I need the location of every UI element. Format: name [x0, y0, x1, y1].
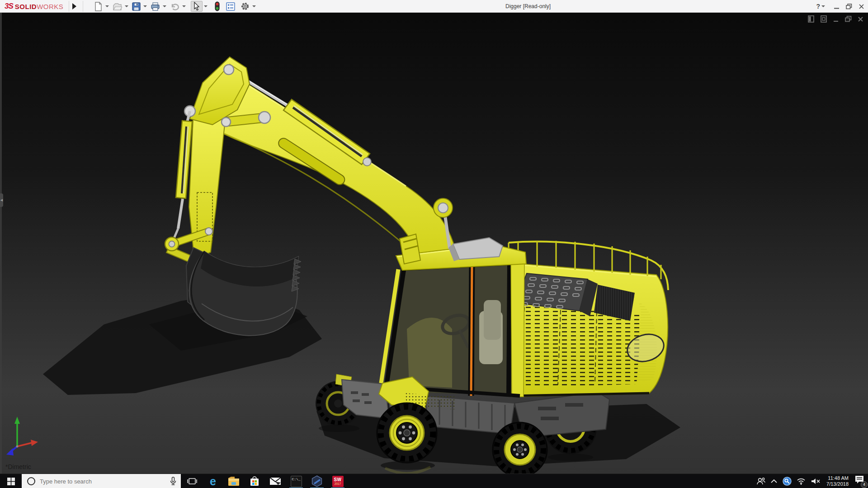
new-document-caret-icon[interactable]: [105, 5, 109, 7]
wheel-front-right[interactable]: [493, 422, 547, 474]
select-tool-button[interactable]: [191, 1, 203, 12]
microphone-icon[interactable]: [169, 477, 177, 486]
wifi-icon[interactable]: [797, 478, 806, 485]
taskbar-item-solidworks[interactable]: SW 2017: [327, 474, 348, 488]
mail-icon: [269, 477, 281, 486]
windows-logo-icon: [7, 478, 15, 485]
clock-time: 11:48 AM: [826, 475, 849, 481]
cab[interactable]: [379, 234, 526, 409]
command-prompt-icon: C:\_: [291, 476, 302, 487]
taskbar-search[interactable]: [22, 474, 181, 488]
taskbar-item-edge[interactable]: e: [203, 474, 223, 488]
system-tray: 11:48 AM 7/13/2018 4: [756, 474, 866, 488]
new-document-button[interactable]: [93, 1, 104, 12]
print-caret-icon[interactable]: [163, 5, 166, 7]
menu-flyout-arrow-icon[interactable]: [72, 3, 76, 9]
rebuild-button[interactable]: [212, 1, 222, 12]
document-window-controls: [808, 15, 863, 23]
new-document-icon: [94, 2, 103, 11]
save-icon: [132, 2, 141, 11]
taskbar-item-command-prompt[interactable]: C:\_: [286, 474, 307, 488]
solidworks-monitor-tray-icon[interactable]: [783, 477, 792, 486]
brand-solid-text: SOLID: [15, 3, 37, 10]
options-button[interactable]: [239, 1, 251, 12]
select-cursor-icon: [193, 2, 201, 11]
close-button[interactable]: [859, 4, 864, 9]
taskbar-clock[interactable]: 11:48 AM 7/13/2018: [826, 475, 849, 487]
taskbar-item-file-explorer[interactable]: [223, 474, 244, 488]
wheel-front-left[interactable]: [377, 403, 437, 463]
windows-taskbar: e: [0, 474, 868, 488]
help-caret-icon[interactable]: [821, 5, 825, 7]
file-explorer-icon: [228, 476, 240, 486]
doc-close-button[interactable]: [858, 16, 863, 22]
undo-icon: [170, 2, 179, 11]
cab-glass: [385, 262, 524, 395]
doc-minimize-button[interactable]: [833, 16, 839, 22]
taskbar-item-store[interactable]: [244, 474, 265, 488]
taskbar-apps: e: [182, 474, 348, 488]
feature-panel-edge: [0, 13, 2, 474]
open-caret-icon[interactable]: [125, 5, 128, 7]
3d-viewport[interactable]: *Dimetric: [0, 13, 868, 474]
quick-toolbar: [93, 1, 258, 12]
search-input[interactable]: [22, 474, 181, 488]
save-button[interactable]: [131, 1, 142, 12]
action-center-button[interactable]: 4: [854, 475, 866, 487]
help-button[interactable]: ?: [816, 3, 820, 10]
window-title: Digger [Read-only]: [505, 0, 551, 13]
volume-muted-icon[interactable]: [811, 478, 821, 485]
feature-pane-alt-icon[interactable]: [821, 15, 827, 23]
minimize-button[interactable]: [834, 4, 840, 9]
door-stripe: [471, 266, 472, 396]
doc-restore-button[interactable]: [845, 16, 852, 22]
divider: [83, 1, 83, 12]
display-properties-button[interactable]: [225, 1, 236, 12]
select-caret-icon[interactable]: [204, 5, 208, 7]
store-icon: [249, 476, 260, 487]
task-view-button[interactable]: [182, 474, 203, 488]
traffic-light-icon: [214, 1, 221, 11]
gear-icon: [241, 2, 250, 11]
restore-button[interactable]: [846, 4, 852, 9]
elbow-pivot: [438, 203, 448, 213]
solidworks-window: 3S SOLIDWORKS: [0, 0, 868, 488]
title-bar: 3S SOLIDWORKS: [0, 0, 868, 13]
clock-date: 7/13/2018: [826, 481, 849, 487]
ds-logo-icon: 3S: [5, 2, 13, 11]
print-button[interactable]: [149, 1, 161, 12]
undo-button[interactable]: [169, 1, 181, 12]
edrawings-hexagon-icon: [311, 475, 323, 487]
save-caret-icon[interactable]: [143, 5, 147, 7]
open-button[interactable]: [111, 1, 123, 12]
print-icon: [151, 2, 160, 11]
start-button[interactable]: [0, 474, 22, 488]
options-caret-icon[interactable]: [252, 5, 256, 7]
solidworks-logo: 3S SOLIDWORKS: [5, 1, 63, 11]
brand-works-text: WORKS: [37, 3, 63, 10]
notification-badge: 4: [861, 481, 868, 488]
undo-caret-icon[interactable]: [182, 5, 186, 7]
taskbar-item-edrawings[interactable]: [307, 474, 327, 488]
view-orientation-label: *Dimetric: [5, 463, 31, 470]
feature-panel-expand-tab[interactable]: ◀: [0, 193, 3, 207]
list-properties-icon: [226, 2, 235, 11]
graphics-area[interactable]: *Dimetric ◀: [0, 13, 868, 474]
divider: [69, 1, 69, 12]
task-view-icon: [187, 477, 197, 485]
people-icon[interactable]: [756, 477, 765, 485]
edge-icon: e: [210, 476, 216, 487]
feature-pane-icon[interactable]: [808, 15, 815, 23]
solidworks-icon: SW 2017: [332, 476, 344, 487]
open-folder-icon: [113, 2, 122, 11]
taskbar-item-mail[interactable]: [265, 474, 286, 488]
show-hidden-icons-chevron[interactable]: [770, 479, 778, 483]
